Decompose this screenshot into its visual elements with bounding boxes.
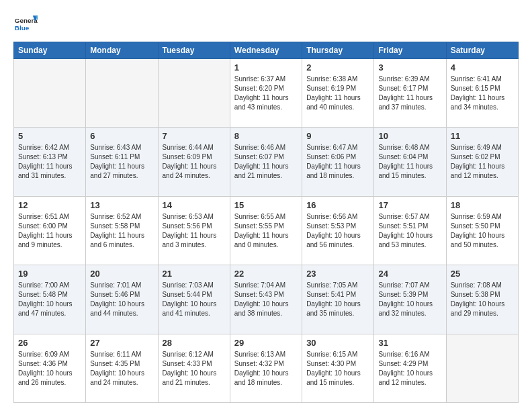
calendar-cell: 21Sunrise: 7:03 AMSunset: 5:44 PMDayligh… xyxy=(158,265,230,334)
day-number: 3 xyxy=(378,62,441,73)
calendar-cell: 25Sunrise: 7:08 AMSunset: 5:38 PMDayligh… xyxy=(446,265,518,334)
weekday-header-wednesday: Wednesday xyxy=(230,42,302,59)
calendar-cell: 3Sunrise: 6:39 AMSunset: 6:17 PMDaylight… xyxy=(374,59,446,128)
weekday-header-friday: Friday xyxy=(374,42,446,59)
calendar: SundayMondayTuesdayWednesdayThursdayFrid… xyxy=(13,42,519,403)
day-content: Sunrise: 6:44 AMSunset: 6:09 PMDaylight:… xyxy=(163,143,226,181)
day-content: Sunrise: 6:09 AMSunset: 4:36 PMDaylight:… xyxy=(18,350,81,387)
calendar-cell: 26Sunrise: 6:09 AMSunset: 4:36 PMDayligh… xyxy=(14,334,86,402)
day-content: Sunrise: 6:13 AMSunset: 4:32 PMDaylight:… xyxy=(234,350,298,387)
day-number: 12 xyxy=(18,200,81,210)
day-number: 8 xyxy=(234,131,298,141)
calendar-cell: 20Sunrise: 7:01 AMSunset: 5:46 PMDayligh… xyxy=(86,265,158,334)
day-number: 20 xyxy=(90,269,153,279)
calendar-cell: 19Sunrise: 7:00 AMSunset: 5:48 PMDayligh… xyxy=(14,265,86,334)
day-content: Sunrise: 6:46 AMSunset: 6:07 PMDaylight:… xyxy=(234,143,298,181)
day-number: 1 xyxy=(234,62,298,73)
calendar-cell: 22Sunrise: 7:04 AMSunset: 5:43 PMDayligh… xyxy=(230,265,302,334)
day-number: 5 xyxy=(18,131,81,141)
calendar-cell: 27Sunrise: 6:11 AMSunset: 4:35 PMDayligh… xyxy=(86,334,158,402)
week-row-3: 12Sunrise: 6:51 AMSunset: 6:00 PMDayligh… xyxy=(14,196,519,265)
day-number: 2 xyxy=(306,62,369,73)
day-number: 19 xyxy=(18,269,81,279)
day-content: Sunrise: 6:51 AMSunset: 6:00 PMDaylight:… xyxy=(18,212,81,250)
day-number: 31 xyxy=(378,338,441,348)
calendar-cell: 4Sunrise: 6:41 AMSunset: 6:15 PMDaylight… xyxy=(446,59,518,128)
day-content: Sunrise: 6:41 AMSunset: 6:15 PMDaylight:… xyxy=(451,75,514,112)
day-content: Sunrise: 6:53 AMSunset: 5:56 PMDaylight:… xyxy=(163,212,226,250)
calendar-cell xyxy=(86,59,158,128)
calendar-cell: 23Sunrise: 7:05 AMSunset: 5:41 PMDayligh… xyxy=(302,265,374,334)
week-row-5: 26Sunrise: 6:09 AMSunset: 4:36 PMDayligh… xyxy=(14,334,519,402)
day-content: Sunrise: 7:05 AMSunset: 5:41 PMDaylight:… xyxy=(306,281,369,318)
day-number: 24 xyxy=(378,269,441,279)
day-content: Sunrise: 6:38 AMSunset: 6:19 PMDaylight:… xyxy=(306,75,369,112)
calendar-cell: 7Sunrise: 6:44 AMSunset: 6:09 PMDaylight… xyxy=(158,128,230,196)
day-number: 11 xyxy=(451,131,514,141)
calendar-cell: 18Sunrise: 6:59 AMSunset: 5:50 PMDayligh… xyxy=(446,196,518,265)
day-content: Sunrise: 6:55 AMSunset: 5:55 PMDaylight:… xyxy=(234,212,298,250)
week-row-4: 19Sunrise: 7:00 AMSunset: 5:48 PMDayligh… xyxy=(14,265,519,334)
day-number: 30 xyxy=(306,338,369,348)
calendar-cell: 2Sunrise: 6:38 AMSunset: 6:19 PMDaylight… xyxy=(302,59,374,128)
calendar-cell: 14Sunrise: 6:53 AMSunset: 5:56 PMDayligh… xyxy=(158,196,230,265)
logo-icon: General Blue xyxy=(13,11,38,35)
day-number: 4 xyxy=(451,62,514,73)
svg-text:Blue: Blue xyxy=(15,24,30,32)
week-row-2: 5Sunrise: 6:42 AMSunset: 6:13 PMDaylight… xyxy=(14,128,519,196)
day-number: 13 xyxy=(90,200,153,210)
day-content: Sunrise: 7:08 AMSunset: 5:38 PMDaylight:… xyxy=(451,281,514,318)
calendar-cell: 9Sunrise: 6:47 AMSunset: 6:06 PMDaylight… xyxy=(302,128,374,196)
day-content: Sunrise: 6:52 AMSunset: 5:58 PMDaylight:… xyxy=(90,212,153,250)
day-content: Sunrise: 7:00 AMSunset: 5:48 PMDaylight:… xyxy=(18,281,81,318)
day-content: Sunrise: 6:43 AMSunset: 6:11 PMDaylight:… xyxy=(90,143,153,181)
day-content: Sunrise: 7:03 AMSunset: 5:44 PMDaylight:… xyxy=(163,281,226,318)
calendar-cell: 1Sunrise: 6:37 AMSunset: 6:20 PMDaylight… xyxy=(230,59,302,128)
day-content: Sunrise: 6:48 AMSunset: 6:04 PMDaylight:… xyxy=(378,143,441,181)
day-number: 14 xyxy=(163,200,226,210)
calendar-cell: 5Sunrise: 6:42 AMSunset: 6:13 PMDaylight… xyxy=(14,128,86,196)
calendar-cell: 8Sunrise: 6:46 AMSunset: 6:07 PMDaylight… xyxy=(230,128,302,196)
logo: General Blue xyxy=(13,11,38,35)
calendar-cell: 10Sunrise: 6:48 AMSunset: 6:04 PMDayligh… xyxy=(374,128,446,196)
day-content: Sunrise: 6:37 AMSunset: 6:20 PMDaylight:… xyxy=(234,75,298,112)
weekday-header-saturday: Saturday xyxy=(446,42,518,59)
weekday-header-tuesday: Tuesday xyxy=(158,42,230,59)
day-number: 10 xyxy=(378,131,441,141)
day-content: Sunrise: 6:16 AMSunset: 4:29 PMDaylight:… xyxy=(378,350,441,387)
calendar-cell: 24Sunrise: 7:07 AMSunset: 5:39 PMDayligh… xyxy=(374,265,446,334)
day-content: Sunrise: 6:42 AMSunset: 6:13 PMDaylight:… xyxy=(18,143,81,181)
weekday-header-sunday: Sunday xyxy=(14,42,86,59)
day-content: Sunrise: 6:47 AMSunset: 6:06 PMDaylight:… xyxy=(306,143,369,181)
calendar-cell: 13Sunrise: 6:52 AMSunset: 5:58 PMDayligh… xyxy=(86,196,158,265)
day-number: 28 xyxy=(163,338,226,348)
day-number: 9 xyxy=(306,131,369,141)
day-number: 17 xyxy=(378,200,441,210)
day-content: Sunrise: 7:07 AMSunset: 5:39 PMDaylight:… xyxy=(378,281,441,318)
day-content: Sunrise: 6:59 AMSunset: 5:50 PMDaylight:… xyxy=(451,212,514,250)
day-number: 18 xyxy=(451,200,514,210)
day-number: 26 xyxy=(18,338,81,348)
day-number: 7 xyxy=(163,131,226,141)
day-content: Sunrise: 6:11 AMSunset: 4:35 PMDaylight:… xyxy=(90,350,153,387)
day-content: Sunrise: 7:04 AMSunset: 5:43 PMDaylight:… xyxy=(234,281,298,318)
calendar-cell: 6Sunrise: 6:43 AMSunset: 6:11 PMDaylight… xyxy=(86,128,158,196)
calendar-cell xyxy=(14,59,86,128)
weekday-header-row: SundayMondayTuesdayWednesdayThursdayFrid… xyxy=(14,42,519,59)
weekday-header-thursday: Thursday xyxy=(302,42,374,59)
calendar-cell xyxy=(158,59,230,128)
calendar-cell: 31Sunrise: 6:16 AMSunset: 4:29 PMDayligh… xyxy=(374,334,446,402)
calendar-cell: 12Sunrise: 6:51 AMSunset: 6:00 PMDayligh… xyxy=(14,196,86,265)
header: General Blue xyxy=(13,11,519,35)
calendar-cell: 15Sunrise: 6:55 AMSunset: 5:55 PMDayligh… xyxy=(230,196,302,265)
day-number: 6 xyxy=(90,131,153,141)
day-number: 27 xyxy=(90,338,153,348)
day-content: Sunrise: 6:49 AMSunset: 6:02 PMDaylight:… xyxy=(451,143,514,181)
day-content: Sunrise: 6:57 AMSunset: 5:51 PMDaylight:… xyxy=(378,212,441,250)
calendar-cell xyxy=(446,334,518,402)
page: General Blue SundayMondayTuesdayWednesda… xyxy=(0,0,532,411)
day-content: Sunrise: 6:12 AMSunset: 4:33 PMDaylight:… xyxy=(163,350,226,387)
day-number: 23 xyxy=(306,269,369,279)
day-number: 29 xyxy=(234,338,298,348)
day-number: 15 xyxy=(234,200,298,210)
